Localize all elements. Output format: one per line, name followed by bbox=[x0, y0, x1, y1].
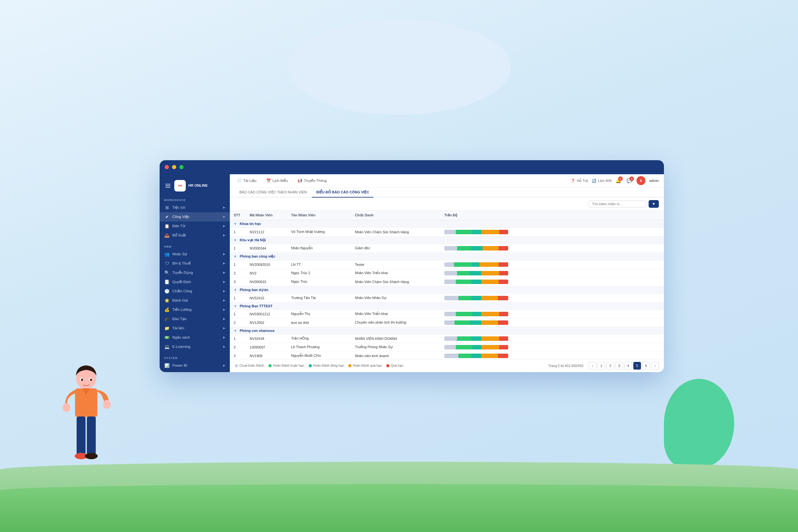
notification-bell[interactable]: 🔔 2 bbox=[615, 178, 622, 184]
cell-ten-nv: Nhân Nguyễn bbox=[287, 244, 351, 252]
sidebar-item-tiec-ich[interactable]: ⊞ Tiệc ích ▶ bbox=[159, 203, 230, 212]
sidebar-item-bao-cao[interactable]: 📈 Báo Cáo ▶ bbox=[159, 370, 230, 372]
cell-stt: 2 bbox=[230, 343, 246, 352]
tab-bieu-do-bao-cao[interactable]: BIỂU ĐỒ BÁO CÁO CÔNG VIỆC bbox=[312, 188, 374, 197]
table-row: 1 NV03001212 Nguyễn Thy Nhân Viên Triển … bbox=[230, 309, 664, 318]
sidebar-item-dao-tao[interactable]: 🎓 Đào Tạo ▶ bbox=[159, 315, 230, 324]
person-illustration bbox=[57, 363, 115, 491]
lich-bieu-nav-icon: 📅 bbox=[266, 178, 271, 183]
progress-segment-2 bbox=[472, 262, 479, 267]
hamburger-menu[interactable] bbox=[164, 183, 172, 189]
progress-bar bbox=[444, 296, 508, 300]
group-name: ▼ Phòng con sharnova bbox=[230, 327, 664, 334]
table-group-row[interactable]: ▼ Khu vực Hà Nội bbox=[230, 236, 664, 244]
topbar-lich-bieu[interactable]: 📅 Lịch Biểu bbox=[264, 177, 290, 184]
sidebar-item-cham-cong[interactable]: 🕐 Chấm Công ▶ bbox=[159, 287, 230, 296]
topbar-lam-moi[interactable]: 🔄 Làm Mới bbox=[592, 179, 612, 183]
sidebar-item-nhan-su[interactable]: 👥 Nhân Sự ▶ bbox=[159, 250, 230, 259]
topbar-ho-tro[interactable]: ❓ Hỗ Trợ bbox=[571, 179, 588, 183]
cell-chuc-danh: Chuyên viên phân tích thị trường bbox=[351, 318, 440, 327]
browser-close-dot[interactable] bbox=[165, 165, 169, 169]
user-label: admin bbox=[649, 179, 659, 183]
progress-segment-0 bbox=[444, 271, 457, 276]
cell-stt: 1 bbox=[230, 309, 246, 318]
cell-stt: 1 bbox=[230, 244, 246, 252]
message-icon[interactable]: 💬 4 bbox=[627, 178, 633, 184]
cell-ma-nv: NV52415 bbox=[246, 293, 287, 302]
cell-chuc-danh: Nhân viên kinh doanh bbox=[351, 352, 440, 359]
sidebar-item-ngan-sach[interactable]: 💵 Ngân sách ▶ bbox=[159, 333, 230, 342]
sidebar-item-cong-viec[interactable]: ✔ Công Việc ▶ bbox=[159, 212, 230, 222]
progress-bar bbox=[444, 271, 508, 276]
page-3[interactable]: 3 bbox=[615, 362, 623, 369]
browser-maximize-dot[interactable] bbox=[179, 165, 184, 169]
sidebar-item-bo-xuat[interactable]: 📤 Bổ Xuất ▶ bbox=[159, 231, 230, 240]
chevron-icon: ▶ bbox=[223, 289, 225, 293]
progress-bar bbox=[444, 280, 508, 284]
progress-segment-2 bbox=[472, 312, 481, 316]
topbar-truyen-thong[interactable]: 📢 Truyền Thông bbox=[296, 177, 329, 184]
table-group-row[interactable]: ▼ Phòng ban dự án bbox=[230, 286, 664, 293]
progress-segment-2 bbox=[472, 230, 481, 234]
nhan-su-section: HRM bbox=[159, 243, 230, 250]
sidebar-item-elearning[interactable]: 💻 E-Learning ▶ bbox=[159, 342, 230, 352]
cong-viec-icon: ✔ bbox=[164, 214, 170, 219]
page-4[interactable]: 4 bbox=[624, 362, 632, 369]
browser-minimize-dot[interactable] bbox=[172, 165, 176, 169]
pagination-info: Trang 5 từ 401-500/592 bbox=[548, 364, 584, 368]
topbar-tai-lieu[interactable]: 📄 Tài Liệu bbox=[235, 177, 259, 184]
page-1[interactable]: 1 bbox=[597, 362, 605, 369]
sidebar-item-quyet-dinh[interactable]: 📑 Quyết Định ▶ bbox=[159, 277, 230, 287]
table-row: 1 NV52415 Trương Tấn Tài Nhân Viên Nhân … bbox=[230, 293, 664, 302]
sidebar-item-danh-gia[interactable]: ⭐ Đánh Giá ▶ bbox=[159, 296, 230, 305]
sidebar-item-bh-thue[interactable]: 🛡 BH & Thuế ▶ bbox=[159, 259, 230, 268]
chevron-icon: ▶ bbox=[223, 326, 225, 330]
chevron-icon: ▶ bbox=[223, 224, 225, 228]
chevron-icon: ▶ bbox=[223, 317, 225, 320]
svg-rect-5 bbox=[87, 416, 96, 455]
sidebar-item-tuyen-dung[interactable]: 🔍 Tuyển Dụng ▶ bbox=[159, 268, 230, 277]
progress-segment-2 bbox=[470, 271, 481, 276]
sidebar-item-cong-viec-label: Công Việc bbox=[172, 214, 189, 219]
user-avatar[interactable]: A bbox=[636, 176, 645, 185]
table-group-row[interactable]: ▼ Khoa tin học bbox=[230, 220, 664, 228]
progress-segment-1 bbox=[456, 230, 472, 234]
page-6[interactable]: 6 bbox=[642, 362, 650, 369]
page-2[interactable]: 2 bbox=[607, 362, 614, 369]
col-stt: STT bbox=[230, 211, 246, 220]
cell-ma-nv: NV03001212 bbox=[246, 309, 287, 318]
don-tu-icon: 📋 bbox=[164, 224, 170, 228]
system-section-label: SYSTEM bbox=[159, 354, 230, 361]
filter-button[interactable]: ▼ bbox=[649, 200, 659, 208]
topbar-lich-bieu-label: Lịch Biểu bbox=[272, 178, 288, 183]
sidebar-item-tai-lieu[interactable]: 📁 Tài liên ▶ bbox=[159, 324, 230, 333]
cell-chuc-danh: Tester bbox=[351, 260, 440, 269]
elearning-icon: 💻 bbox=[164, 344, 170, 349]
table-group-row[interactable]: ▼ Phòng con sharnova bbox=[230, 327, 664, 334]
page-next[interactable]: › bbox=[651, 362, 659, 369]
search-input[interactable] bbox=[589, 201, 646, 207]
table-group-row[interactable]: ▼ Phòng ban công việc bbox=[230, 252, 664, 260]
tab-bao-cao-nhan-vien[interactable]: BÁO CÁO CÔNG VIỆC THEO NHÂN VIÊN bbox=[235, 188, 311, 197]
table-group-row[interactable]: ▼ Phòng Ban TTTEST bbox=[230, 302, 664, 309]
sidebar-logo: HR HR ONLINE bbox=[159, 177, 230, 196]
cell-chuc-danh: Giám đốc bbox=[351, 244, 440, 252]
group-name: ▼ Phòng ban công việc bbox=[230, 252, 664, 260]
legend-label-gray: Chưa hoàn thành bbox=[240, 364, 264, 367]
sidebar-item-bo-xuat-label: Bổ Xuất bbox=[172, 233, 186, 238]
sidebar-item-tien-luong[interactable]: 💰 Tiến Lương ▶ bbox=[159, 305, 230, 315]
progress-segment-2 bbox=[471, 336, 481, 341]
page-prev[interactable]: ‹ bbox=[589, 362, 596, 369]
legend-label-green: Hoàn thành trước hạn bbox=[273, 364, 304, 367]
chevron-icon: ▶ bbox=[223, 271, 225, 274]
sidebar-item-power-bi[interactable]: 📊 Power BI ▶ bbox=[159, 361, 230, 370]
cell-tien-do bbox=[440, 228, 664, 236]
filter-bar: ▼ bbox=[230, 197, 664, 211]
cell-tien-do bbox=[440, 309, 664, 318]
bh-thue-icon: 🛡 bbox=[164, 261, 170, 266]
page-5[interactable]: 5 bbox=[633, 362, 641, 369]
sidebar-item-don-tu[interactable]: 📋 Đơn Từ ▶ bbox=[159, 222, 230, 231]
legend-dot-red bbox=[386, 364, 390, 367]
chevron-icon: ▶ bbox=[223, 252, 225, 255]
cell-ma-nv: NV2 bbox=[246, 269, 287, 277]
